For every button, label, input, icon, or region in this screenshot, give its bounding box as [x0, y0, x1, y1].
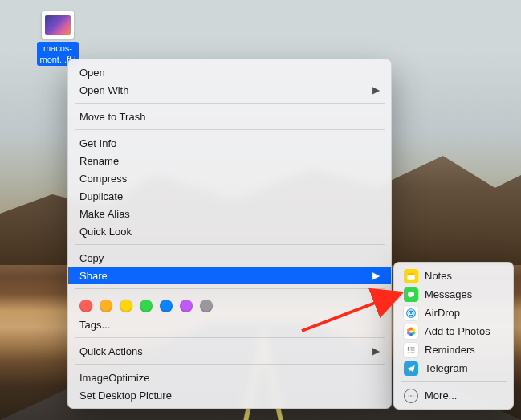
menu-move-to-trash[interactable]: Move to Trash [68, 108, 391, 125]
menu-copy[interactable]: Copy [68, 249, 391, 267]
tag-orange[interactable] [100, 300, 112, 312]
menu-separator [401, 381, 507, 382]
menu-image-optimize[interactable]: ImageOptimize [68, 369, 391, 386]
menu-tags[interactable]: Tags... [68, 316, 391, 333]
file-thumbnail [42, 11, 74, 39]
svg-point-18 [409, 395, 410, 397]
svg-point-2 [408, 292, 414, 297]
menu-separator [75, 244, 385, 245]
menu-open-with[interactable]: Open With ▶ [68, 81, 391, 99]
menu-quick-look[interactable]: Quick Look [68, 222, 391, 240]
share-item-label: More... [425, 389, 457, 402]
menu-separator [75, 129, 385, 130]
menu-separator [75, 337, 385, 338]
share-more[interactable]: More... [394, 386, 513, 405]
menu-quick-actions[interactable]: Quick Actions ▶ [68, 342, 391, 360]
menu-compress[interactable]: Compress [68, 169, 391, 187]
share-reminders[interactable]: Reminders [394, 340, 513, 359]
share-item-label: Notes [425, 270, 452, 282]
menu-make-alias[interactable]: Make Alias [68, 205, 391, 222]
tag-blue[interactable] [160, 300, 173, 312]
desktop[interactable]: macos-mont...ff.j Open Open With ▶ Move … [0, 0, 521, 420]
telegram-app-icon [404, 361, 418, 376]
share-airdrop[interactable]: AirDrop [394, 304, 513, 322]
svg-point-14 [408, 349, 409, 350]
menu-open[interactable]: Open [68, 63, 391, 81]
share-item-label: AirDrop [425, 307, 460, 319]
context-menu: Open Open With ▶ Move to Trash Get Info … [67, 59, 392, 409]
menu-separator [75, 364, 385, 365]
share-submenu: Notes Messages AirDrop Add to Photos [393, 262, 514, 410]
menu-separator [75, 288, 385, 289]
svg-point-11 [407, 328, 410, 332]
menu-duplicate[interactable]: Duplicate [68, 187, 391, 205]
share-item-label: Reminders [425, 344, 475, 356]
tag-green[interactable] [140, 300, 153, 312]
svg-point-16 [408, 352, 409, 353]
notes-app-icon [404, 269, 418, 283]
share-item-label: Messages [425, 288, 472, 300]
share-item-label: Telegram [425, 362, 467, 374]
share-telegram[interactable]: Telegram [394, 359, 513, 377]
share-add-to-photos[interactable]: Add to Photos [394, 322, 513, 340]
svg-rect-15 [410, 349, 414, 350]
svg-rect-17 [410, 352, 414, 353]
menu-get-info[interactable]: Get Info [68, 134, 391, 152]
share-notes[interactable]: Notes [394, 267, 513, 285]
ellipsis-icon [404, 389, 418, 403]
menu-tags-colors [68, 293, 391, 316]
svg-point-7 [412, 328, 415, 332]
chevron-right-icon: ▶ [372, 345, 380, 357]
menu-rename[interactable]: Rename [68, 152, 391, 169]
svg-rect-1 [407, 273, 414, 275]
share-messages[interactable]: Messages [394, 285, 513, 304]
menu-share[interactable]: Share ▶ [68, 267, 391, 284]
tag-gray[interactable] [200, 300, 213, 312]
desktop-file[interactable]: macos-mont...ff.j [31, 11, 85, 66]
svg-point-19 [410, 395, 412, 397]
share-item-label: Add to Photos [425, 325, 490, 337]
svg-point-10 [407, 331, 410, 334]
svg-point-12 [408, 346, 409, 348]
airdrop-icon [404, 306, 418, 320]
tag-purple[interactable] [180, 300, 193, 312]
svg-point-5 [410, 312, 412, 313]
reminders-app-icon [404, 343, 418, 357]
svg-point-20 [413, 395, 414, 397]
tag-red[interactable] [79, 300, 92, 312]
file-thumbnail-image [45, 15, 71, 35]
chevron-right-icon: ▶ [372, 270, 380, 281]
tag-yellow[interactable] [120, 300, 132, 312]
chevron-right-icon: ▶ [372, 84, 380, 96]
photos-app-icon [404, 324, 418, 339]
menu-separator [75, 103, 385, 104]
messages-app-icon [404, 287, 418, 302]
svg-rect-13 [410, 347, 414, 348]
menu-set-desktop-picture[interactable]: Set Desktop Picture [68, 386, 391, 404]
